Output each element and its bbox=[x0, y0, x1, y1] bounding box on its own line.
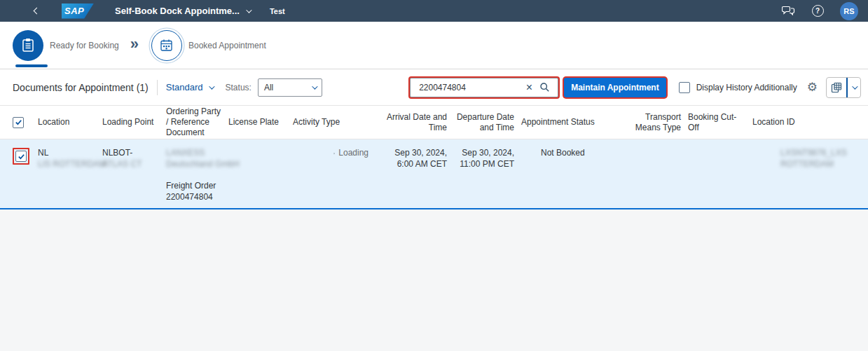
process-flow-bar: Ready for Booking » Booked Appointment bbox=[0, 22, 868, 69]
col-location: Location bbox=[38, 117, 102, 128]
col-booking-cutoff: Booking Cut-Off bbox=[688, 112, 752, 133]
sap-logo[interactable]: SAP bbox=[62, 4, 94, 19]
table-toolbar: Documents for Appointment (1) Standard S… bbox=[0, 69, 868, 106]
status-select[interactable]: All bbox=[258, 78, 322, 97]
col-activity-type: Activity Type bbox=[293, 117, 376, 128]
reference-document-number: 2200474804 bbox=[166, 192, 221, 203]
row-select-cell bbox=[13, 148, 38, 165]
export-chevron-icon bbox=[852, 83, 857, 89]
booked-appointment-circle bbox=[151, 30, 182, 61]
toolbar-divider bbox=[157, 80, 158, 95]
col-ordering-party: Ordering Party / Reference Document bbox=[166, 106, 228, 138]
maintain-appointment-button[interactable]: Maintain Appointment bbox=[564, 78, 666, 97]
reference-document-type: Freight Order bbox=[166, 181, 221, 192]
cell-ordering-party: LANXESS Deutschland GmbH Freight Order 2… bbox=[166, 148, 228, 202]
shell-header: SAP Self-Book Dock Appointme... Test ? R… bbox=[0, 0, 868, 22]
select-chevron-icon bbox=[312, 83, 317, 89]
location-redacted: LIS ROTTERDAM bbox=[38, 159, 106, 169]
settings-gear-icon[interactable]: ⚙ bbox=[807, 81, 818, 93]
ordering-party-redacted-line1: LANXESS bbox=[166, 148, 221, 159]
reference-document: Freight Order 2200474804 bbox=[166, 181, 221, 202]
col-arrival: Arrival Date and Time bbox=[376, 112, 454, 133]
variant-chevron-icon bbox=[209, 83, 214, 89]
cell-arrival: Sep 30, 2024, 6:00 AM CET bbox=[376, 148, 454, 170]
select-all-cell bbox=[13, 117, 38, 128]
avatar[interactable]: RS bbox=[840, 2, 858, 20]
step-ready-for-booking[interactable]: Ready for Booking bbox=[13, 30, 119, 61]
avatar-initials: RS bbox=[843, 7, 854, 15]
calendar-icon bbox=[160, 39, 173, 52]
export-button[interactable] bbox=[827, 78, 846, 97]
arrival-time: 6:00 AM CET bbox=[376, 159, 447, 170]
search-field: × bbox=[410, 78, 558, 97]
cell-loading-point: NLBOT-ATLAS CT bbox=[102, 148, 166, 170]
system-tag: Test bbox=[270, 7, 285, 15]
ready-for-booking-circle bbox=[13, 30, 43, 61]
help-button[interactable]: ? bbox=[811, 4, 825, 18]
location-prefix: NL bbox=[38, 148, 48, 158]
clipboard-icon bbox=[22, 38, 34, 53]
status-label: Status: bbox=[226, 83, 252, 92]
search-icon[interactable] bbox=[537, 82, 552, 92]
variant-label: Standard bbox=[166, 82, 203, 92]
loading-point-prefix: NLBOT- bbox=[102, 148, 132, 158]
row-checkbox[interactable] bbox=[15, 151, 27, 162]
col-appointment-status: Appointment Status bbox=[521, 117, 618, 128]
help-icon: ? bbox=[812, 5, 824, 17]
col-departure: Departure Date and Time bbox=[454, 112, 521, 133]
departure-date: Sep 30, 2024, bbox=[454, 148, 514, 159]
cell-location-id: LXSNT9876_LXS ROTTERDAM bbox=[752, 148, 868, 170]
col-location-id: Location ID bbox=[752, 117, 868, 128]
forklift-icon bbox=[333, 149, 335, 158]
export-icon bbox=[831, 82, 842, 93]
annotation-box-checkbox bbox=[13, 148, 29, 165]
display-history-label: Display History Additionally bbox=[696, 83, 797, 92]
app-title-dropdown[interactable]: Self-Book Dock Appointme... bbox=[115, 6, 250, 16]
variant-selector[interactable]: Standard bbox=[166, 82, 213, 92]
departure-time: 11:00 PM CET bbox=[454, 159, 514, 170]
arrival-date: Sep 30, 2024, bbox=[376, 148, 447, 159]
table-header-row: Location Loading Point Ordering Party / … bbox=[0, 106, 868, 139]
back-button[interactable] bbox=[29, 4, 43, 18]
app-title: Self-Book Dock Appointme... bbox=[115, 6, 240, 16]
double-chevron-icon: » bbox=[130, 35, 139, 53]
check-icon bbox=[15, 118, 22, 126]
help-glyph: ? bbox=[815, 7, 820, 15]
activity-type-label: Loading bbox=[338, 148, 368, 159]
cell-departure: Sep 30, 2024, 11:00 PM CET bbox=[454, 148, 521, 170]
location-id-redacted-line1: LXSNT9876_LXS bbox=[780, 148, 861, 159]
loading-point-redacted: ATLAS CT bbox=[102, 159, 142, 169]
step-label-booked: Booked Appointment bbox=[188, 41, 266, 50]
cell-location: NL LIS ROTTERDAM bbox=[38, 148, 102, 170]
cell-activity-type: Loading bbox=[293, 148, 376, 159]
table-title: Documents for Appointment (1) bbox=[13, 82, 149, 93]
location-id-redacted-line2: ROTTERDAM bbox=[780, 159, 861, 170]
step-label-ready: Ready for Booking bbox=[50, 41, 119, 50]
export-menu-button[interactable] bbox=[848, 78, 860, 97]
export-split-button bbox=[826, 77, 861, 98]
select-all-checkbox[interactable] bbox=[13, 117, 24, 128]
display-history-checkbox[interactable] bbox=[679, 82, 690, 93]
cell-appointment-status: Not Booked bbox=[521, 148, 618, 159]
col-license-plate: License Plate bbox=[228, 117, 293, 128]
search-input[interactable] bbox=[412, 83, 521, 92]
check-icon bbox=[18, 153, 25, 160]
step-booked-appointment[interactable]: Booked Appointment bbox=[151, 30, 266, 61]
feedback-button[interactable] bbox=[781, 4, 795, 18]
chevron-down-icon bbox=[246, 7, 252, 13]
ordering-party-redacted-line2: Deutschland GmbH bbox=[166, 159, 221, 170]
page-background bbox=[0, 209, 868, 351]
back-chevron-icon bbox=[33, 8, 40, 15]
clear-icon[interactable]: × bbox=[521, 82, 537, 93]
status-value: All bbox=[264, 83, 273, 92]
selected-step-indicator bbox=[15, 64, 48, 67]
sap-logo-text: SAP bbox=[64, 6, 84, 16]
col-loading-point: Loading Point bbox=[102, 117, 166, 128]
feedback-icon bbox=[782, 5, 795, 17]
table-row[interactable]: NL LIS ROTTERDAM NLBOT-ATLAS CT LANXESS … bbox=[0, 139, 868, 209]
col-transport-means: Transport Means Type bbox=[618, 112, 688, 133]
